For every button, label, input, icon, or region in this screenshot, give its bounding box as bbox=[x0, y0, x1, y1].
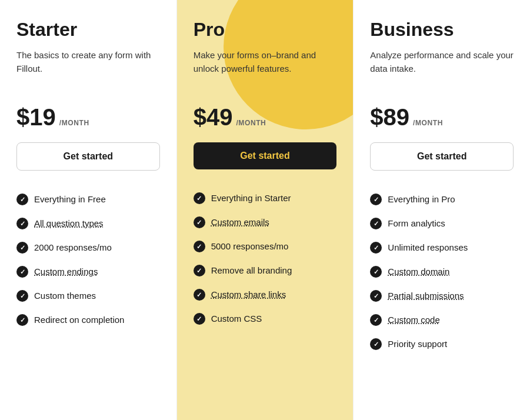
feature-text: Everything in Pro bbox=[388, 193, 455, 205]
list-item: All question types bbox=[16, 211, 160, 235]
feature-text: Partial submissions bbox=[388, 289, 464, 302]
list-item: Partial submissions bbox=[370, 284, 514, 308]
list-item: Custom code bbox=[370, 308, 514, 332]
list-item: Custom domain bbox=[370, 259, 514, 284]
pro-plan-desc: Make your forms on–brand and unlock powe… bbox=[194, 49, 337, 91]
feature-text: Unlimited responses bbox=[388, 241, 468, 254]
starter-period: /MONTH bbox=[59, 119, 89, 127]
check-icon bbox=[370, 242, 382, 254]
feature-text: Custom CSS bbox=[211, 312, 262, 325]
business-period: /MONTH bbox=[413, 119, 443, 127]
feature-text: Everything in Starter bbox=[211, 192, 291, 204]
list-item: 5000 responses/mo bbox=[194, 234, 337, 258]
check-icon bbox=[370, 194, 382, 205]
pro-plan-name: Pro bbox=[194, 19, 337, 41]
feature-text: Form analytics bbox=[388, 217, 445, 229]
feature-text: Custom code bbox=[388, 314, 439, 326]
check-icon bbox=[370, 266, 382, 278]
business-plan-desc: Analyze performance and scale your data … bbox=[370, 49, 514, 91]
feature-text: Custom share links bbox=[211, 288, 286, 301]
business-cta-button[interactable]: Get started bbox=[370, 142, 514, 171]
list-item: Everything in Free bbox=[16, 187, 160, 211]
feature-text: 5000 responses/mo bbox=[211, 240, 289, 252]
starter-features-list: Everything in Free All question types 20… bbox=[16, 187, 160, 332]
feature-text: Custom themes bbox=[34, 289, 96, 302]
list-item: Everything in Pro bbox=[370, 187, 514, 211]
check-icon bbox=[370, 314, 382, 326]
pro-features-list: Everything in Starter Custom emails 5000… bbox=[194, 186, 337, 331]
pro-price-row: $49 /MONTH bbox=[194, 104, 337, 131]
check-icon bbox=[16, 242, 28, 254]
check-icon bbox=[194, 241, 205, 252]
check-icon bbox=[194, 265, 205, 276]
pricing-container: Starter The basics to create any form wi… bbox=[0, 0, 530, 420]
list-item: Priority support bbox=[370, 332, 514, 356]
feature-text: Custom emails bbox=[211, 216, 269, 228]
pro-price: $49 bbox=[194, 104, 233, 131]
list-item: Custom emails bbox=[194, 210, 337, 234]
list-item: Custom share links bbox=[194, 282, 337, 306]
list-item: Everything in Starter bbox=[194, 186, 337, 210]
feature-text: Custom endings bbox=[34, 265, 98, 278]
business-plan-name: Business bbox=[370, 19, 514, 41]
starter-price: $19 bbox=[16, 104, 56, 131]
list-item: Custom CSS bbox=[194, 306, 337, 331]
check-icon bbox=[16, 218, 28, 229]
feature-text: Redirect on completion bbox=[34, 314, 124, 326]
feature-text: Priority support bbox=[388, 338, 447, 350]
starter-price-row: $19 /MONTH bbox=[16, 104, 160, 131]
plan-business: Business Analyze performance and scale y… bbox=[353, 0, 530, 420]
pro-period: /MONTH bbox=[236, 119, 266, 127]
check-icon bbox=[194, 289, 205, 301]
list-item: Form analytics bbox=[370, 211, 514, 235]
starter-plan-desc: The basics to create any form with Fillo… bbox=[16, 49, 160, 91]
check-icon bbox=[370, 338, 382, 350]
feature-text: Remove all branding bbox=[211, 264, 292, 276]
business-features-list: Everything in Pro Form analytics Unlimit… bbox=[370, 187, 514, 356]
check-icon bbox=[16, 314, 28, 326]
business-price-row: $89 /MONTH bbox=[370, 104, 514, 131]
business-price: $89 bbox=[370, 104, 409, 131]
feature-text: Custom domain bbox=[388, 265, 449, 278]
list-item: Redirect on completion bbox=[16, 308, 160, 332]
list-item: Remove all branding bbox=[194, 258, 337, 282]
feature-text: 2000 responses/mo bbox=[34, 241, 112, 254]
check-icon bbox=[16, 290, 28, 302]
plan-pro: Pro Make your forms on–brand and unlock … bbox=[177, 0, 354, 420]
plan-starter: Starter The basics to create any form wi… bbox=[0, 0, 177, 420]
check-icon bbox=[194, 216, 205, 228]
check-icon bbox=[370, 290, 382, 302]
starter-plan-name: Starter bbox=[16, 19, 160, 41]
list-item: Unlimited responses bbox=[370, 235, 514, 259]
check-icon bbox=[16, 266, 28, 278]
check-icon bbox=[194, 313, 205, 325]
list-item: Custom endings bbox=[16, 259, 160, 284]
starter-cta-button[interactable]: Get started bbox=[16, 142, 160, 171]
pro-cta-button[interactable]: Get started bbox=[194, 142, 337, 169]
feature-text: All question types bbox=[34, 217, 104, 229]
list-item: 2000 responses/mo bbox=[16, 235, 160, 259]
check-icon bbox=[194, 192, 205, 204]
feature-text: Everything in Free bbox=[34, 193, 106, 205]
check-icon bbox=[16, 194, 28, 205]
check-icon bbox=[370, 218, 382, 229]
list-item: Custom themes bbox=[16, 284, 160, 308]
